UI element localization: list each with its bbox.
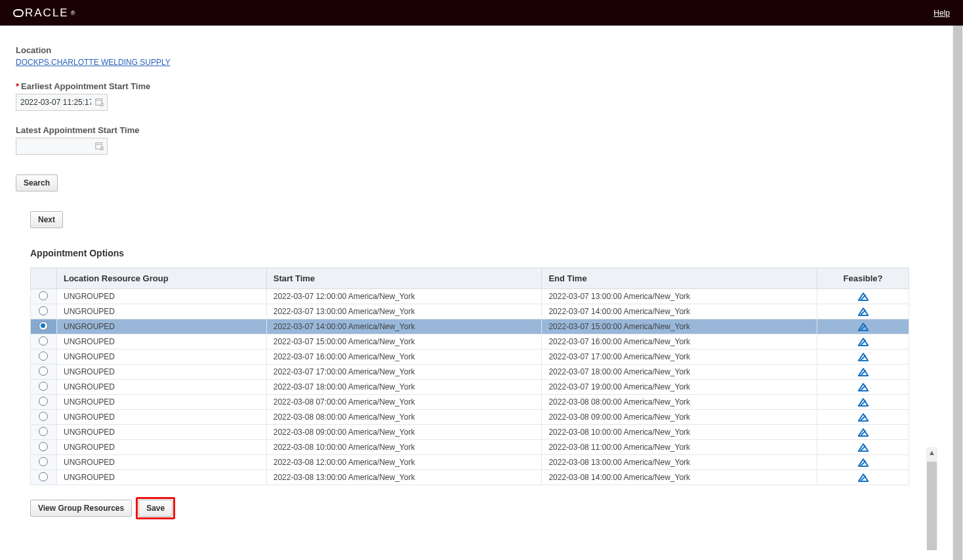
table-row[interactable]: UNGROUPED2022-03-07 17:00:00 America/New… xyxy=(31,365,909,380)
row-radio[interactable] xyxy=(39,306,48,315)
scroll-thumb[interactable] xyxy=(927,462,937,550)
row-radio[interactable] xyxy=(39,412,48,421)
table-row[interactable]: UNGROUPED2022-03-07 18:00:00 America/New… xyxy=(31,380,909,395)
row-end: 2022-03-08 11:00:00 America/New_York xyxy=(542,440,817,455)
feasible-icon[interactable] xyxy=(857,427,869,437)
select-header xyxy=(31,268,57,289)
view-group-resources-button[interactable]: View Group Resources xyxy=(30,500,132,517)
row-end: 2022-03-07 18:00:00 America/New_York xyxy=(542,365,817,380)
row-start: 2022-03-07 14:00:00 America/New_York xyxy=(266,319,542,334)
next-button[interactable]: Next xyxy=(30,211,63,228)
table-row[interactable]: UNGROUPED2022-03-07 14:00:00 America/New… xyxy=(31,319,909,334)
row-start: 2022-03-07 13:00:00 America/New_York xyxy=(266,304,542,319)
location-block: Location DOCKPS.CHARLOTTE WELDING SUPPLY xyxy=(16,45,938,67)
appointment-table: Location Resource Group Start Time End T… xyxy=(30,268,909,485)
group-header[interactable]: Location Resource Group xyxy=(56,268,266,289)
earliest-block: *Earliest Appointment Start Time xyxy=(16,81,938,111)
end-header[interactable]: End Time xyxy=(542,268,817,289)
row-group: UNGROUPED xyxy=(56,350,266,365)
row-start: 2022-03-07 16:00:00 America/New_York xyxy=(266,350,542,365)
row-group: UNGROUPED xyxy=(56,425,266,440)
row-group: UNGROUPED xyxy=(56,304,266,319)
top-banner: RACLE® Help xyxy=(0,0,963,26)
table-row[interactable]: UNGROUPED2022-03-08 10:00:00 America/New… xyxy=(31,440,909,455)
location-link[interactable]: DOCKPS.CHARLOTTE WELDING SUPPLY xyxy=(16,58,171,67)
row-start: 2022-03-07 17:00:00 America/New_York xyxy=(266,365,542,380)
feasible-icon[interactable] xyxy=(857,472,869,482)
row-radio[interactable] xyxy=(39,457,48,466)
table-row[interactable]: UNGROUPED2022-03-08 13:00:00 America/New… xyxy=(31,470,909,485)
table-row[interactable]: UNGROUPED2022-03-08 12:00:00 America/New… xyxy=(31,455,909,470)
start-header[interactable]: Start Time xyxy=(266,268,542,289)
table-row[interactable]: UNGROUPED2022-03-07 12:00:00 America/New… xyxy=(31,289,909,304)
table-row[interactable]: UNGROUPED2022-03-07 15:00:00 America/New… xyxy=(31,334,909,350)
feasible-icon[interactable] xyxy=(857,367,869,376)
oracle-logo: RACLE® xyxy=(13,7,76,20)
row-radio[interactable] xyxy=(39,427,48,436)
row-end: 2022-03-07 13:00:00 America/New_York xyxy=(542,289,817,304)
scroll-up-icon[interactable]: ▲ xyxy=(928,447,935,458)
row-radio[interactable] xyxy=(39,291,48,300)
row-radio[interactable] xyxy=(39,367,48,376)
row-end: 2022-03-07 14:00:00 America/New_York xyxy=(542,304,817,319)
latest-block: Latest Appointment Start Time xyxy=(16,125,938,155)
row-radio[interactable] xyxy=(39,472,48,481)
row-group: UNGROUPED xyxy=(56,334,266,350)
row-start: 2022-03-07 15:00:00 America/New_York xyxy=(266,334,542,350)
row-radio[interactable] xyxy=(39,442,48,451)
row-radio[interactable] xyxy=(39,382,48,391)
row-start: 2022-03-08 09:00:00 America/New_York xyxy=(266,425,542,440)
table-row[interactable]: UNGROUPED2022-03-07 16:00:00 America/New… xyxy=(31,350,909,365)
feasible-icon[interactable] xyxy=(857,336,869,346)
page-scroll-thumb[interactable] xyxy=(953,26,962,560)
page-scrollbar[interactable] xyxy=(953,26,963,560)
row-end: 2022-03-07 19:00:00 America/New_York xyxy=(542,380,817,395)
row-end: 2022-03-07 15:00:00 America/New_York xyxy=(542,319,817,334)
appointment-options-title: Appointment Options xyxy=(30,248,924,258)
row-start: 2022-03-08 12:00:00 America/New_York xyxy=(266,455,542,470)
search-button[interactable]: Search xyxy=(16,174,58,191)
row-group: UNGROUPED xyxy=(56,455,266,470)
row-group: UNGROUPED xyxy=(56,319,266,334)
row-radio[interactable] xyxy=(39,397,48,406)
row-radio[interactable] xyxy=(39,336,48,346)
row-end: 2022-03-08 13:00:00 America/New_York xyxy=(542,455,817,470)
row-group: UNGROUPED xyxy=(56,395,266,410)
row-start: 2022-03-07 12:00:00 America/New_York xyxy=(266,289,542,304)
feasible-icon[interactable] xyxy=(857,442,869,452)
row-radio[interactable] xyxy=(39,351,48,361)
svg-rect-0 xyxy=(96,99,102,106)
feasible-icon[interactable] xyxy=(857,412,869,422)
bottom-button-row: View Group Resources Save xyxy=(30,497,924,519)
save-button-highlight: Save xyxy=(136,497,175,519)
row-start: 2022-03-08 10:00:00 America/New_York xyxy=(266,440,542,455)
save-button[interactable]: Save xyxy=(138,500,173,517)
table-row[interactable]: UNGROUPED2022-03-07 13:00:00 America/New… xyxy=(31,304,909,319)
row-radio[interactable] xyxy=(39,321,48,330)
row-start: 2022-03-08 07:00:00 America/New_York xyxy=(266,395,542,410)
calendar-icon[interactable] xyxy=(95,98,104,107)
feasible-icon[interactable] xyxy=(857,321,869,331)
feasible-icon[interactable] xyxy=(857,382,869,391)
feasible-header[interactable]: Feasible? xyxy=(817,268,909,289)
row-end: 2022-03-08 09:00:00 America/New_York xyxy=(542,410,817,425)
required-star-icon: * xyxy=(16,81,19,91)
row-group: UNGROUPED xyxy=(56,380,266,395)
feasible-icon[interactable] xyxy=(857,291,869,301)
earliest-input[interactable] xyxy=(16,94,108,111)
location-label: Location xyxy=(16,45,938,55)
latest-input[interactable] xyxy=(16,138,108,155)
table-row[interactable]: UNGROUPED2022-03-08 07:00:00 America/New… xyxy=(31,395,909,410)
calendar-icon[interactable] xyxy=(95,142,104,151)
table-row[interactable]: UNGROUPED2022-03-08 08:00:00 America/New… xyxy=(31,410,909,425)
feasible-icon[interactable] xyxy=(857,351,869,361)
feasible-icon[interactable] xyxy=(857,397,869,407)
table-scrollbar[interactable]: ▲ ▼ xyxy=(926,447,937,550)
row-group: UNGROUPED xyxy=(56,440,266,455)
table-row[interactable]: UNGROUPED2022-03-08 09:00:00 America/New… xyxy=(31,425,909,440)
feasible-icon[interactable] xyxy=(857,457,869,467)
svg-rect-3 xyxy=(96,143,102,150)
row-end: 2022-03-08 14:00:00 America/New_York xyxy=(542,470,817,485)
feasible-icon[interactable] xyxy=(857,306,869,316)
help-link[interactable]: Help xyxy=(933,9,950,18)
